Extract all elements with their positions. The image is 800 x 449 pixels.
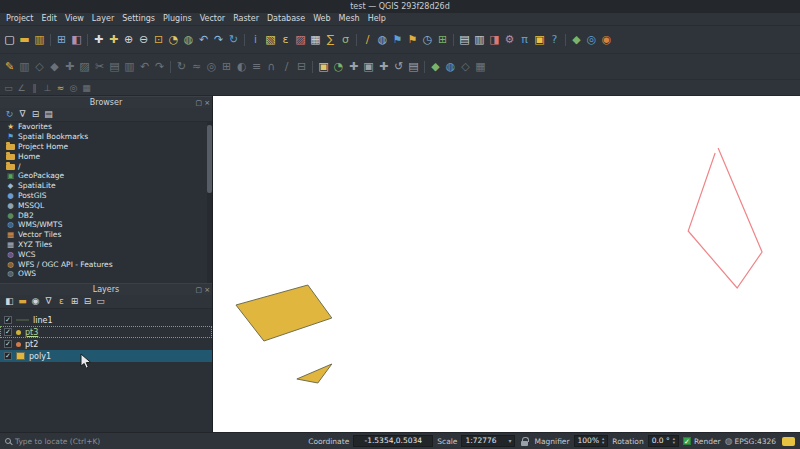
save-layer-edits-icon[interactable]: ▥ — [17, 59, 32, 75]
menu-layer[interactable]: Layer — [88, 13, 118, 25]
browser-item-spatialite[interactable]: ◆SpatiaLite — [0, 181, 212, 191]
perpendicular-constraint-icon[interactable]: ⊥ — [41, 82, 54, 94]
browser-item-wcs[interactable]: ◍WCS — [0, 249, 212, 259]
browser-item-vector-tiles[interactable]: ▦Vector Tiles — [0, 230, 212, 240]
simplify-feature-icon[interactable]: ≈ — [189, 59, 204, 75]
project-open-icon[interactable]: ▬ — [17, 32, 32, 48]
browser-item-xyz-tiles[interactable]: ▦XYZ Tiles — [0, 240, 212, 250]
browser-item-geopackage[interactable]: ▣GeoPackage — [0, 171, 212, 181]
browser-item-wfs-ogc-api-features[interactable]: ◍WFS / OGC API - Features — [0, 259, 212, 269]
magnifier-spinbox[interactable]: 100% ▴▾ — [574, 435, 609, 447]
layers-panel-header[interactable]: Layers ▢ × — [0, 283, 212, 295]
menu-raster[interactable]: Raster — [229, 13, 263, 25]
style-dock-icon[interactable]: ◨ — [487, 32, 502, 48]
zoom-out-icon[interactable]: ⊖ — [136, 32, 151, 48]
zoom-next-icon[interactable]: ↷ — [211, 32, 226, 48]
pan-map-icon[interactable]: ✚ — [91, 32, 106, 48]
move-feature-icon[interactable]: ✚ — [62, 59, 77, 75]
render-checkbox[interactable]: ✓ Render — [683, 437, 721, 446]
float-panel-icon[interactable]: ▢ — [196, 97, 203, 109]
rotation-spinbox[interactable]: 0.0 ° ▴▾ — [648, 435, 679, 447]
zoom-to-layer-icon[interactable]: ◍ — [181, 32, 196, 48]
layer-item-line1[interactable]: ✓line1 — [0, 314, 212, 326]
close-panel-icon[interactable]: × — [204, 284, 210, 296]
processing-toolbox-icon[interactable]: ⚙ — [502, 32, 517, 48]
map-refresh-icon[interactable]: ↻ — [226, 32, 241, 48]
undo-icon[interactable]: ↶ — [137, 59, 152, 75]
fill-ring-icon[interactable]: ◐ — [234, 59, 249, 75]
toggle-editing-icon[interactable]: ✎ — [2, 59, 17, 75]
rotate-label-icon[interactable]: ↺ — [391, 59, 406, 75]
browser-item-home[interactable]: Home — [0, 151, 212, 161]
construction-mode-icon[interactable]: ∠ — [15, 82, 28, 94]
manage-map-themes-icon[interactable]: ◉ — [29, 295, 42, 308]
menu-edit[interactable]: Edit — [37, 13, 61, 25]
metasearch-icon[interactable]: ◎ — [584, 32, 599, 48]
scale-combobox[interactable]: 1:72776 ▾ — [461, 435, 515, 447]
layer-visibility-checkbox[interactable]: ✓ — [4, 328, 12, 336]
new-spatial-bookmark-icon[interactable]: ⚑ — [390, 32, 405, 48]
menu-settings[interactable]: Settings — [118, 13, 159, 25]
layer-item-pt3[interactable]: ✓pt3 — [0, 326, 212, 338]
add-feature-icon[interactable]: ◇ — [32, 59, 47, 75]
style-manager-icon[interactable]: ◧ — [69, 32, 84, 48]
parallel-constraint-icon[interactable]: ∥ — [28, 82, 41, 94]
collapse-all-icon[interactable]: ⊟ — [81, 295, 94, 308]
menu-help[interactable]: Help — [364, 13, 390, 25]
select-by-expression-icon[interactable]: ε — [278, 32, 293, 48]
close-panel-icon[interactable]: × — [204, 97, 210, 109]
float-panel-icon[interactable]: ▢ — [196, 284, 203, 296]
merge-features-icon[interactable]: ⊟ — [294, 59, 309, 75]
zoom-to-selection-icon[interactable]: ◔ — [166, 32, 181, 48]
locate-bar[interactable]: Type to locate (Ctrl+K) — [5, 437, 165, 446]
menu-web[interactable]: Web — [309, 13, 334, 25]
field-calculator-icon[interactable]: ∑ — [323, 32, 338, 48]
menu-vector[interactable]: Vector — [196, 13, 230, 25]
identify-features-icon[interactable]: i — [248, 32, 263, 48]
layer-diagram-icon[interactable]: ◔ — [331, 59, 346, 75]
plugin-manager-icon[interactable]: ◆ — [569, 32, 584, 48]
layer-labeling-icon[interactable]: ▣ — [316, 59, 331, 75]
messages-balloon-icon[interactable] — [782, 437, 795, 446]
highlight-pinned-labels-icon[interactable]: ▣ — [361, 59, 376, 75]
browser-item-ows[interactable]: ◍OWS — [0, 269, 212, 279]
zoom-last-icon[interactable]: ↶ — [196, 32, 211, 48]
add-part-icon[interactable]: ⊞ — [219, 59, 234, 75]
menu-database[interactable]: Database — [263, 13, 309, 25]
pin-labels-icon[interactable]: ✚ — [346, 59, 361, 75]
rotate-feature-icon[interactable]: ↻ — [174, 59, 189, 75]
measure-line-icon[interactable]: ∕ — [360, 32, 375, 48]
new-map-view-icon[interactable]: ⊞ — [435, 32, 450, 48]
data-source-manager-icon[interactable]: ⊞ — [54, 32, 69, 48]
deselect-features-icon[interactable]: ▨ — [293, 32, 308, 48]
open-layer-styling-icon[interactable]: ◧ — [3, 295, 16, 308]
scrollbar-thumb[interactable] — [207, 125, 212, 193]
split-features-icon[interactable]: ∕ — [279, 59, 294, 75]
project-new-icon[interactable]: ▢ — [2, 32, 17, 48]
crs-status-button[interactable]: ◍ EPSG:4326 — [725, 436, 776, 446]
expand-all-icon[interactable]: ⊞ — [68, 295, 81, 308]
temporal-controller-icon[interactable]: ◷ — [420, 32, 435, 48]
change-label-icon[interactable]: ▤ — [406, 59, 421, 75]
browser-item-db2[interactable]: ●DB2 — [0, 210, 212, 220]
map-canvas[interactable] — [213, 96, 800, 432]
cut-features-icon[interactable]: ✂ — [92, 59, 107, 75]
lock-scale-button[interactable] — [519, 437, 530, 446]
show-spatial-bookmarks-icon[interactable]: ⚑ — [405, 32, 420, 48]
spinner-arrows-icon[interactable]: ▴▾ — [602, 437, 604, 446]
layer-visibility-checkbox[interactable]: ✓ — [4, 352, 12, 360]
browser-panel-header[interactable]: Browser ▢ × — [0, 96, 212, 108]
menu-plugins[interactable]: Plugins — [159, 13, 196, 25]
osm-search-icon[interactable]: ◉ — [599, 32, 614, 48]
show-layout-manager-icon[interactable]: ▥ — [472, 32, 487, 48]
zoom-in-icon[interactable]: ⊕ — [121, 32, 136, 48]
browser-item-project-home[interactable]: Project Home — [0, 142, 212, 152]
trace-tool-icon[interactable]: ≈ — [54, 82, 67, 94]
snapping-options-icon[interactable]: ◎ — [67, 82, 80, 94]
reshape-features-icon[interactable]: ∩ — [264, 59, 279, 75]
delete-selected-icon[interactable]: ▨ — [77, 59, 92, 75]
spinner-arrows-icon[interactable]: ▴▾ — [673, 437, 675, 446]
scrollbar[interactable] — [207, 122, 212, 283]
redo-icon[interactable]: ↷ — [152, 59, 167, 75]
add-group-icon[interactable]: ▬ — [16, 295, 29, 308]
